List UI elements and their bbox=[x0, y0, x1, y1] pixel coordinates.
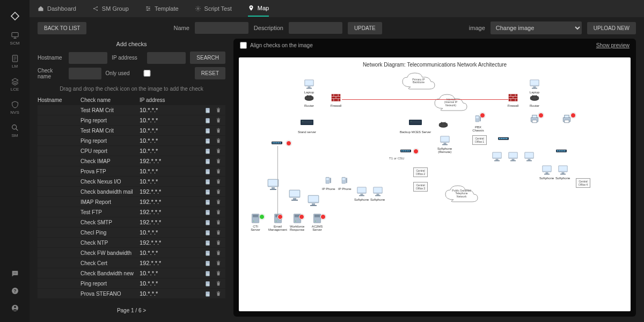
status-dot[interactable] bbox=[570, 113, 576, 118]
server-icon[interactable] bbox=[204, 178, 211, 185]
table-row[interactable]: Ping report10.*.*.* bbox=[38, 279, 225, 288]
device-bigpc-3[interactable] bbox=[306, 194, 321, 207]
tab-template[interactable]: Template bbox=[145, 1, 179, 16]
device-router-3[interactable] bbox=[437, 119, 449, 130]
table-row[interactable]: Prova FTP10.*.*.* bbox=[38, 166, 225, 176]
device-phone-3[interactable]: IP Phone bbox=[338, 175, 352, 191]
server-icon[interactable] bbox=[204, 280, 211, 287]
server-icon[interactable] bbox=[204, 127, 211, 134]
device-laptop[interactable]: Laptop bbox=[303, 79, 315, 94]
device-router-2[interactable]: Router bbox=[529, 92, 540, 107]
ip-input[interactable] bbox=[147, 52, 186, 64]
server-icon[interactable] bbox=[204, 157, 211, 165]
table-row[interactable]: Ping report10.*.*.* bbox=[38, 115, 225, 125]
trash-icon[interactable] bbox=[215, 290, 222, 297]
table-row[interactable]: Checl Ping10.*.*.* bbox=[38, 228, 225, 237]
cloud-pstn[interactable]: Public SwitchedTelephoneNetwork bbox=[443, 184, 480, 204]
show-preview-link[interactable]: Show preview bbox=[596, 42, 630, 48]
back-button[interactable]: BACK TO LIST bbox=[38, 22, 86, 34]
reset-button[interactable]: RESET bbox=[195, 67, 225, 79]
table-row[interactable]: Check bandwidth mail192.*.*.* bbox=[38, 187, 225, 196]
table-row[interactable]: Check IMAP192.*.*.* bbox=[38, 156, 225, 166]
sidebar-help[interactable]: ? bbox=[0, 282, 30, 299]
server-icon[interactable] bbox=[204, 249, 211, 257]
trash-icon[interactable] bbox=[215, 178, 222, 185]
trash-icon[interactable] bbox=[215, 218, 222, 226]
server-icon[interactable] bbox=[204, 106, 211, 114]
hostname-input[interactable] bbox=[69, 52, 107, 64]
server-icon[interactable] bbox=[204, 147, 211, 155]
table-row[interactable]: Check NTP192.*.*.* bbox=[38, 238, 225, 247]
status-dot[interactable] bbox=[320, 214, 326, 219]
server-icon[interactable] bbox=[204, 137, 211, 144]
device-firewall[interactable]: Firewall bbox=[330, 92, 342, 107]
status-dot[interactable] bbox=[299, 214, 304, 219]
device-switch-2[interactable] bbox=[400, 146, 412, 157]
sidebar-chat[interactable] bbox=[0, 265, 30, 282]
table-row[interactable]: Ping report10.*.*.* bbox=[38, 136, 225, 145]
device-switch-4[interactable] bbox=[555, 146, 567, 157]
table-row[interactable]: Check Cert192.*.*.* bbox=[38, 258, 225, 268]
logo-icon[interactable] bbox=[0, 5, 30, 27]
table-row[interactable]: IMAP Report192.*.*.* bbox=[38, 197, 225, 207]
trash-icon[interactable] bbox=[215, 167, 222, 175]
tab-scripttest[interactable]: Script Test bbox=[195, 1, 232, 16]
table-row[interactable]: Test FTP192.*.*.* bbox=[38, 207, 225, 217]
trash-icon[interactable] bbox=[215, 229, 222, 236]
table-row[interactable]: Prova STEFANO10.*.*.* bbox=[38, 289, 225, 298]
desc-input[interactable] bbox=[289, 22, 342, 34]
trash-icon[interactable] bbox=[215, 106, 222, 114]
status-dot[interactable] bbox=[277, 214, 283, 219]
checkname-input[interactable] bbox=[69, 68, 101, 79]
cloud-primary[interactable]: Primary IPBackbone bbox=[400, 71, 437, 91]
table-row[interactable]: Check Nexus I/O10.*.*.* bbox=[38, 177, 225, 186]
table-row[interactable]: Test RAM Crit10.*.*.* bbox=[38, 126, 225, 135]
device-switch-3[interactable] bbox=[497, 134, 509, 144]
tab-map[interactable]: Map bbox=[248, 1, 269, 17]
trash-icon[interactable] bbox=[215, 208, 222, 216]
device-laptop-2[interactable]: Laptop bbox=[529, 79, 540, 94]
trash-icon[interactable] bbox=[215, 269, 222, 277]
table-row[interactable]: Check Bandwidth new10.*.*.* bbox=[38, 268, 225, 278]
update-button[interactable]: UPDATE bbox=[348, 22, 382, 34]
name-input[interactable] bbox=[195, 22, 248, 34]
table-row[interactable]: Check SMTP192.*.*.* bbox=[38, 217, 225, 227]
check-list[interactable]: Test RAM Crit10.*.*.*Ping report10.*.*.*… bbox=[38, 105, 225, 304]
server-icon[interactable] bbox=[204, 218, 211, 226]
trash-icon[interactable] bbox=[215, 239, 222, 246]
trash-icon[interactable] bbox=[215, 259, 222, 267]
onlyused-checkbox[interactable] bbox=[134, 70, 160, 77]
search-button[interactable]: SEARCH bbox=[190, 52, 225, 64]
device-pc-mid[interactable]: Softphone(Remote) bbox=[437, 135, 452, 153]
table-row[interactable]: Test RAM Crit10.*.*.* bbox=[38, 105, 225, 115]
sidebar-item-nvs[interactable]: NVS bbox=[0, 96, 30, 119]
device-rack-1[interactable]: Stand server bbox=[298, 116, 316, 134]
status-dot[interactable] bbox=[413, 149, 419, 154]
trash-icon[interactable] bbox=[215, 147, 222, 155]
table-row[interactable]: CPU report10.*.*.* bbox=[38, 146, 225, 156]
status-dot[interactable] bbox=[286, 141, 291, 146]
sidebar-account[interactable] bbox=[0, 299, 30, 317]
device-switch-1[interactable] bbox=[271, 138, 283, 149]
device-phone-2[interactable]: IP Phone bbox=[322, 175, 335, 191]
sidebar-item-lce[interactable]: LCE bbox=[0, 73, 30, 96]
server-icon[interactable] bbox=[204, 198, 211, 206]
sidebar-item-scm[interactable]: SCM bbox=[0, 27, 30, 50]
server-icon[interactable] bbox=[204, 167, 211, 175]
device-bigpc-2[interactable] bbox=[287, 189, 302, 202]
device-pc-r4[interactable]: Softphone bbox=[539, 165, 554, 180]
device-rack-2[interactable]: Backup MCES Server bbox=[400, 116, 431, 134]
trash-icon[interactable] bbox=[215, 198, 222, 206]
device-pc-a[interactable]: Softphone bbox=[354, 186, 369, 201]
upload-button[interactable]: UPLOAD NEW bbox=[587, 22, 636, 34]
device-pc-r5[interactable]: Softphone bbox=[555, 165, 570, 180]
cloud-internet[interactable]: Internet(Internal IPNetwork) bbox=[432, 92, 470, 113]
server-icon[interactable] bbox=[204, 259, 211, 267]
device-pc-r3[interactable] bbox=[523, 151, 535, 162]
map-canvas[interactable]: Network Diagram: Telecommunications Netw… bbox=[239, 57, 631, 311]
status-dot[interactable] bbox=[538, 113, 544, 118]
trash-icon[interactable] bbox=[215, 116, 222, 124]
trash-icon[interactable] bbox=[215, 188, 222, 195]
trash-icon[interactable] bbox=[215, 127, 222, 134]
server-icon[interactable] bbox=[204, 208, 211, 216]
